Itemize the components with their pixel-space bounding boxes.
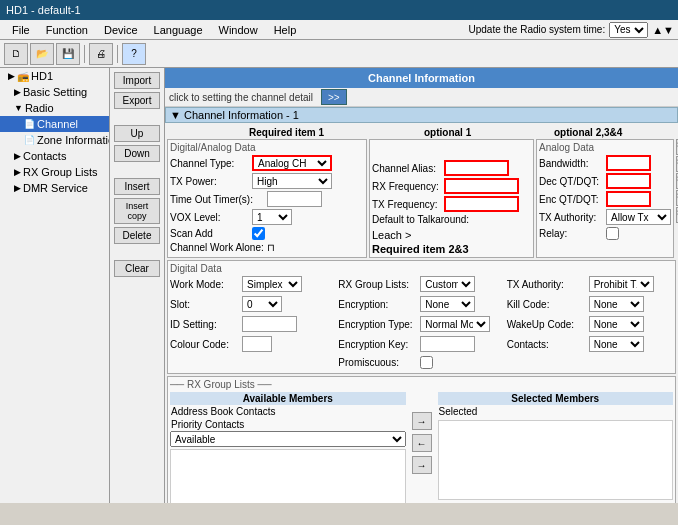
selected-list[interactable] [438, 420, 674, 500]
tx-authority-label: TX Authority: [539, 212, 604, 223]
new-button[interactable]: 🗋 [4, 43, 28, 65]
menu-function[interactable]: Function [38, 22, 96, 38]
title-bar: HD1 - default-1 [0, 0, 678, 20]
down-button[interactable]: Down [114, 145, 160, 162]
export-button[interactable]: Export [114, 92, 160, 109]
sidebar-item-basic-setting[interactable]: ▶ Basic Setting [0, 84, 109, 100]
tx-power-select[interactable]: High Low [252, 173, 332, 189]
channel-work-alone-label: Channel Work Alone: ⊓ [170, 242, 275, 253]
rx-frequency-input[interactable]: 146.32500 [444, 178, 519, 194]
id-setting-row: ID Setting: radio-1 [170, 316, 336, 332]
dec-qt-input[interactable]: 67.0 [606, 173, 651, 189]
selected-label: Selected [438, 405, 674, 418]
promiscuous-checkbox[interactable] [420, 356, 433, 369]
time-out-row: Time Out Timer(s): 180 [170, 191, 364, 207]
colour-code-row: Colour Code: 0 [170, 336, 336, 352]
menu-bar: File Function Device Language Window Hel… [0, 20, 678, 40]
delete-button[interactable]: Delete [114, 227, 160, 244]
content-area: Channel Information CH No RX Frequency T… [165, 68, 678, 503]
update-radio-select[interactable]: Yes No [609, 22, 648, 38]
sidebar-item-zone-information[interactable]: 📄 Zone Information [0, 132, 109, 148]
rx-group-select[interactable]: Custom [420, 276, 475, 292]
encryption-type-select[interactable]: Normal Moc... [420, 316, 490, 332]
remove-from-selected-button[interactable]: ← [412, 434, 432, 452]
digital-data-section: Digital Data Work Mode: Simplex Slot: 0 … [167, 260, 676, 374]
rx-group-lists-section: ── RX Group Lists ── Available Members A… [167, 376, 676, 503]
scan-add-checkbox[interactable] [252, 227, 265, 240]
channel-work-alone-row: Channel Work Alone: ⊓ [170, 242, 364, 253]
encryption-key-input[interactable] [420, 336, 475, 352]
menu-language[interactable]: Language [146, 22, 211, 38]
tx-authority-select[interactable]: Allow Tx [606, 209, 671, 225]
tx-frequency-input[interactable]: 146.32500 [444, 196, 519, 212]
channel-detail-note: click to setting the channel detail [169, 92, 313, 103]
priority-contacts-label: Priority Contacts [170, 418, 406, 431]
default-talkaround-row: Default to Talkaround: [372, 214, 531, 225]
save-button[interactable]: 💾 [56, 43, 80, 65]
relay-checkbox[interactable] [606, 227, 619, 240]
work-mode-row: Work Mode: Simplex [170, 276, 336, 292]
scan-add-label: Scan Add [170, 228, 250, 239]
open-button[interactable]: 📂 [30, 43, 54, 65]
time-out-input[interactable]: 180 [267, 191, 322, 207]
rx-frequency-label: RX Frequency: [372, 181, 442, 192]
sidebar-label-dmr-service: DMR Service [23, 182, 88, 194]
channel-type-label: Channel Type: [170, 158, 250, 169]
channel-type-row: Channel Type: Analog CH Digital CH [170, 155, 364, 171]
tx-authority-row: TX Authority: Allow Tx [539, 209, 671, 225]
rx-group-lists-label: RX Group Lists: [338, 279, 418, 290]
address-book-label: Address Book Contacts [170, 405, 406, 418]
available-list[interactable] [170, 449, 406, 503]
goto-detail-button[interactable]: >> [321, 89, 347, 105]
rx-group-section-title: ── RX Group Lists ── [170, 379, 673, 390]
slot-label: Slot: [170, 299, 240, 310]
slot-select[interactable]: 0 [242, 296, 282, 312]
channel-type-select[interactable]: Analog CH Digital CH [252, 155, 332, 171]
vox-level-select[interactable]: 1 [252, 209, 292, 225]
kill-code-select[interactable]: None [589, 296, 644, 312]
move-up-button[interactable]: → [412, 456, 432, 474]
colour-code-input[interactable]: 0 [242, 336, 272, 352]
insert-copy-button[interactable]: Insert copy [114, 198, 160, 224]
sidebar-label-basic-setting: Basic Setting [23, 86, 87, 98]
vox-level-row: VOX Level: 1 [170, 209, 364, 225]
work-mode-select[interactable]: Simplex [242, 276, 302, 292]
required-item-1-annotation: Required item 1 [249, 127, 324, 138]
sidebar-item-hd1[interactable]: ▶ 📻 HD1 [0, 68, 109, 84]
tx-authority-digital-select[interactable]: Prohibit TX [589, 276, 654, 292]
contacts-select[interactable]: None [589, 336, 644, 352]
encryption-select[interactable]: None [420, 296, 475, 312]
import-button[interactable]: Import [114, 72, 160, 89]
sidebar-item-dmr-service[interactable]: ▶ DMR Service [0, 180, 109, 196]
optional-234-annotation: optional 2,3&4 [554, 127, 622, 138]
sidebar-item-radio[interactable]: ▼ Radio [0, 100, 109, 116]
channel-alias-input[interactable]: Analog 1 [444, 160, 509, 176]
channel-alias-row: Channel Alias: Analog 1 [372, 160, 531, 176]
bandwidth-input[interactable]: 25K [606, 155, 651, 171]
id-setting-input[interactable]: radio-1 [242, 316, 297, 332]
clear-button[interactable]: Clear [114, 260, 160, 277]
id-setting-label: ID Setting: [170, 319, 240, 330]
sidebar-item-contacts[interactable]: ▶ Contacts [0, 148, 109, 164]
bandwidth-label: Bandwidth: [539, 158, 604, 169]
help-button[interactable]: ? [122, 43, 146, 65]
up-button[interactable]: Up [114, 125, 160, 142]
menu-file[interactable]: File [4, 22, 38, 38]
add-to-selected-button[interactable]: → [412, 412, 432, 430]
insert-button[interactable]: Insert [114, 178, 160, 195]
tx-authority-digital-label: TX Authority: [507, 279, 587, 290]
wakeup-code-select[interactable]: None [589, 316, 644, 332]
menu-help[interactable]: Help [266, 22, 305, 38]
detail-header: ▼ Channel Information - 1 [165, 107, 678, 123]
sidebar-item-channel[interactable]: 📄 Channel [0, 116, 109, 132]
sidebar-label-rx-group-lists: RX Group Lists [23, 166, 98, 178]
tx-frequency-label: TX Frequency: [372, 199, 442, 210]
channel-info-title: Channel Information [368, 72, 475, 84]
available-dropdown[interactable]: Available [170, 431, 406, 447]
menu-device[interactable]: Device [96, 22, 146, 38]
menu-window[interactable]: Window [211, 22, 266, 38]
work-mode-label: Work Mode: [170, 279, 240, 290]
print-button[interactable]: 🖨 [89, 43, 113, 65]
sidebar-item-rx-group-lists[interactable]: ▶ RX Group Lists [0, 164, 109, 180]
enc-qt-input[interactable]: 67.0 [606, 191, 651, 207]
